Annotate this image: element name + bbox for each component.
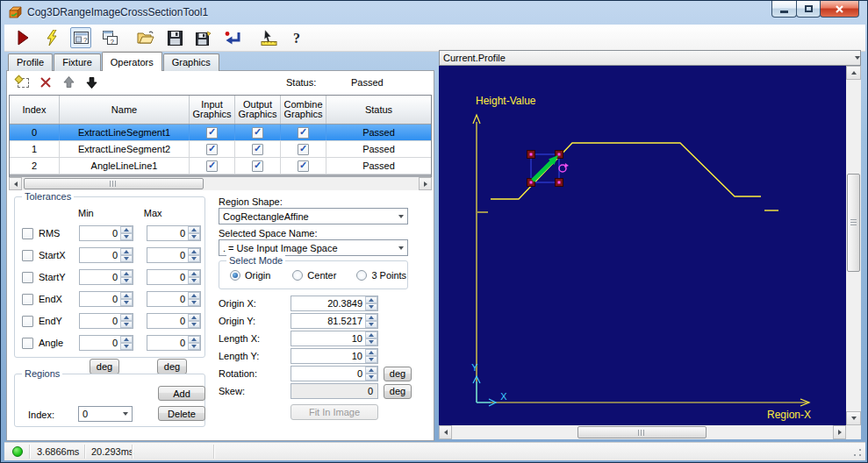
scroll-left-button[interactable] — [9, 177, 22, 190]
endy-max-input[interactable]: 0 — [147, 313, 201, 329]
scroll-right-button[interactable] — [833, 425, 846, 439]
output-graphics-checkbox[interactable] — [252, 160, 263, 172]
col-input-graphics[interactable]: Input Graphics — [190, 96, 235, 124]
region-index-select[interactable]: 0 — [78, 406, 133, 422]
tab-operators[interactable]: Operators — [102, 52, 162, 71]
starty-checkbox[interactable] — [22, 272, 33, 283]
combine-graphics-checkbox[interactable] — [298, 144, 309, 155]
chart-hscrollbar[interactable] — [439, 425, 846, 439]
display-source-select[interactable]: Current.Profile — [439, 50, 861, 66]
three-points-radio[interactable] — [356, 270, 367, 281]
scroll-left-button[interactable] — [439, 425, 452, 439]
starty-min-input[interactable]: 0 — [79, 269, 133, 285]
profile-display[interactable]: Height-ValueRegion-XYX — [439, 66, 846, 425]
run-button[interactable] — [12, 27, 33, 48]
input-graphics-checkbox[interactable] — [206, 160, 218, 172]
spinner-buttons[interactable] — [120, 248, 133, 262]
fit-in-image-button[interactable]: Fit In Image — [291, 404, 378, 420]
close-button[interactable] — [820, 1, 859, 18]
dropdown-button[interactable] — [855, 56, 860, 60]
length-y-input[interactable]: 10 — [291, 348, 378, 364]
spinner-buttons[interactable] — [365, 367, 377, 381]
starty-max-input[interactable]: 0 — [147, 269, 201, 285]
table-hscrollbar[interactable] — [9, 177, 432, 190]
endx-min-input[interactable]: 0 — [79, 291, 133, 307]
spinner-buttons[interactable] — [188, 270, 200, 284]
rms-max-input[interactable]: 0 — [147, 225, 201, 241]
combine-graphics-checkbox[interactable] — [298, 160, 309, 172]
save-as-button[interactable] — [193, 27, 214, 48]
rotation-deg-button[interactable]: deg — [384, 367, 412, 381]
resize-grip[interactable] — [853, 448, 862, 457]
spinner-buttons[interactable] — [120, 292, 133, 306]
scroll-up-button[interactable] — [846, 66, 861, 80]
col-combine-graphics[interactable]: Combine Graphics — [281, 96, 326, 124]
col-output-graphics[interactable]: Output Graphics — [235, 96, 281, 124]
max-deg-button[interactable]: deg — [157, 359, 187, 374]
scroll-right-button[interactable] — [419, 177, 432, 190]
col-name[interactable]: Name — [60, 96, 190, 124]
table-row[interactable]: 2 AngleLineLine1 Passed — [10, 158, 431, 175]
origin-y-input[interactable]: 81.5217 — [291, 313, 378, 329]
startx-max-input[interactable]: 0 — [147, 247, 201, 263]
space-name-select[interactable]: . = Use Input Image Space — [219, 239, 408, 256]
delete-region-button[interactable]: Delete — [158, 406, 205, 421]
output-graphics-checkbox[interactable] — [252, 127, 263, 139]
chart-vscrollbar[interactable] — [846, 66, 861, 425]
tab-fixture[interactable]: Fixture — [54, 53, 101, 71]
pointer-tool-button[interactable] — [258, 27, 279, 48]
tab-graphics[interactable]: Graphics — [163, 53, 219, 71]
rms-min-input[interactable]: 0 — [79, 225, 133, 241]
open-button[interactable] — [135, 27, 156, 48]
spinner-buttons[interactable] — [365, 296, 377, 310]
endy-checkbox[interactable] — [22, 316, 33, 327]
spinner-buttons[interactable] — [365, 314, 377, 328]
spinner-buttons[interactable] — [365, 349, 377, 363]
reset-button[interactable] — [222, 27, 243, 48]
length-x-input[interactable]: 10 — [291, 331, 378, 346]
electrode-window-button[interactable]: ? — [70, 27, 91, 48]
add-region-button[interactable]: Add — [158, 386, 205, 401]
endy-min-input[interactable]: 0 — [79, 313, 133, 329]
scroll-thumb[interactable] — [577, 426, 707, 438]
add-operator-button[interactable] — [16, 75, 30, 89]
startx-checkbox[interactable] — [22, 250, 33, 261]
spinner-buttons[interactable] — [120, 226, 133, 240]
live-run-button[interactable] — [41, 27, 62, 48]
help-button[interactable]: ? — [287, 27, 308, 48]
skew-deg-button[interactable]: deg — [384, 384, 412, 399]
move-down-button[interactable] — [84, 75, 98, 89]
tab-profile[interactable]: Profile — [8, 53, 53, 71]
startx-min-input[interactable]: 0 — [79, 247, 133, 263]
spinner-buttons[interactable] — [120, 270, 133, 284]
spinner-buttons[interactable] — [188, 226, 200, 240]
col-index[interactable]: Index — [10, 96, 60, 124]
table-row[interactable]: 1 ExtractLineSegment2 Passed — [10, 141, 431, 158]
spinner-buttons[interactable] — [120, 336, 133, 350]
output-graphics-checkbox[interactable] — [252, 144, 263, 155]
origin-x-input[interactable]: 20.3849 — [291, 296, 378, 311]
input-graphics-checkbox[interactable] — [206, 144, 218, 155]
dropdown-button[interactable] — [118, 407, 132, 421]
region-shape-select[interactable]: CogRectangleAffine — [219, 208, 408, 224]
spinner-buttons[interactable] — [188, 248, 200, 262]
move-up-button[interactable] — [61, 75, 75, 89]
scroll-thumb[interactable] — [847, 174, 860, 272]
delete-operator-button[interactable] — [39, 75, 53, 89]
col-status[interactable]: Status — [326, 96, 431, 124]
dropdown-button[interactable] — [394, 240, 407, 255]
float-electrode-button[interactable]: ? — [99, 27, 120, 48]
save-button[interactable] — [164, 27, 185, 48]
scroll-thumb[interactable] — [24, 178, 204, 189]
origin-radio[interactable] — [230, 270, 240, 281]
maximize-button[interactable] — [796, 1, 821, 18]
spinner-buttons[interactable] — [188, 336, 200, 350]
rotation-input[interactable]: 0 — [291, 366, 378, 381]
minimize-button[interactable] — [771, 1, 797, 18]
spinner-buttons[interactable] — [365, 331, 377, 345]
endx-checkbox[interactable] — [22, 294, 33, 305]
endx-max-input[interactable]: 0 — [147, 291, 201, 307]
center-radio[interactable] — [292, 270, 303, 281]
spinner-buttons[interactable] — [120, 314, 133, 328]
table-row[interactable]: 0 ExtractLineSegment1 Passed — [10, 125, 431, 141]
